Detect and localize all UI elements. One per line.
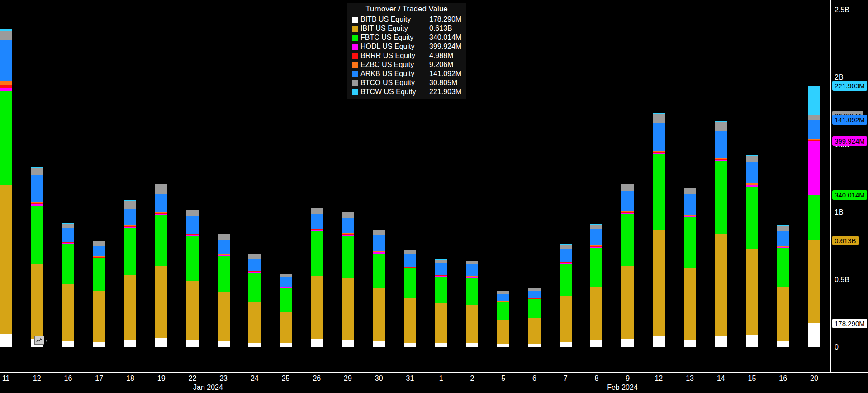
month-label: Jan 2024 [193,383,223,392]
legend-swatch-icon [352,62,358,68]
legend-item[interactable]: BITB US Equity178.290M [352,15,461,24]
bar-segment-BITB [684,340,696,347]
x-tick-label: 29 [344,374,352,383]
bar-segment-BITB [621,339,634,347]
bar-14[interactable] [715,121,727,347]
x-tick-label: 14 [717,374,725,383]
bar-segment-FBTC [528,299,541,318]
legend-item[interactable]: EZBC US Equity9.206M [352,60,461,69]
bar-segment-BTCO [155,184,167,194]
legend-item-name: ARKB US Equity [360,70,429,78]
bar-15[interactable] [746,155,758,347]
bar-29[interactable] [342,212,354,347]
bar-20[interactable] [808,86,820,347]
bar-26[interactable] [311,208,323,347]
legend-swatch-icon [352,53,358,59]
bar-segment-FBTC [808,195,820,240]
legend-swatch-icon [352,71,358,77]
x-tick-label: 6 [532,374,536,383]
x-tick-label: 5 [501,374,505,383]
bar-segment-BTCO [777,226,789,230]
bar-segment-FBTC [746,187,758,249]
bar-19[interactable] [155,184,167,347]
legend-item-value: 221.903M [429,88,461,96]
bar-12[interactable] [653,113,665,347]
bar-segment-FBTC [684,217,696,268]
bar-7[interactable] [560,244,572,347]
x-tick-label: 9 [626,374,630,383]
legend-title: Turnover / Traded Value [352,5,461,15]
bar-6[interactable] [528,288,541,347]
bar-segment-BTCO [124,201,136,209]
chart-type-button[interactable]: ▾ [34,336,47,345]
chart-area[interactable]: 00.5B1B1.5B2B2.5B 221.903M30.805M141.092… [0,0,868,393]
bar-5[interactable] [497,291,509,347]
bar-11[interactable] [0,29,12,347]
bar-segment-IBIT [31,264,43,339]
legend-item[interactable]: BRRR US Equity4.988M [352,51,461,60]
bar-31[interactable] [404,250,416,348]
bar-segment-BTCO [218,234,230,240]
bar-2[interactable] [466,261,478,347]
bar-segment-BTCO [62,224,74,228]
bar-13[interactable] [684,188,696,347]
x-tick-label: 16 [64,374,72,383]
bar-18[interactable] [124,200,136,347]
bar-segment-BRRR [0,85,12,88]
bar-30[interactable] [373,230,385,347]
legend-item-value: 399.924M [429,43,461,51]
x-tick-label: 13 [686,374,694,383]
bar-segment-BITB [280,343,292,347]
bar-23[interactable] [218,234,230,347]
bar-24[interactable] [248,254,261,347]
bar-segment-IBIT [280,312,292,344]
legend-item-name: BRRR US Equity [360,52,429,60]
legend-item[interactable]: BTCO US Equity30.805M [352,78,461,87]
legend-item[interactable]: IBIT US Equity0.613B [352,24,461,33]
bar-17[interactable] [93,241,105,347]
legend-item[interactable]: BTCW US Equity221.903M [352,87,461,96]
chevron-down-icon[interactable]: ▾ [45,338,47,343]
bar-segment-ARKB [466,264,478,276]
legend-item[interactable]: ARKB US Equity141.092M [352,69,461,78]
bar-segment-IBIT [684,268,696,340]
bar-segment-BTCO [560,245,572,249]
bar-segment-ARKB [808,120,820,139]
legend-item-value: 0.613B [429,24,452,33]
bar-8[interactable] [590,224,602,347]
legend-item[interactable]: FBTC US Equity340.014M [352,33,461,42]
x-tick-label: 16 [779,374,787,383]
x-tick-label: 2 [470,374,474,383]
bar-16[interactable] [62,223,74,347]
y-tick-label: 0 [835,343,839,351]
bar-12[interactable] [31,167,43,347]
bar-25[interactable] [280,274,292,347]
bar-segment-FBTC [31,206,43,264]
bar-segment-BITB [466,343,478,347]
bar-9[interactable] [621,184,634,347]
bar-segment-BTCO [653,114,665,123]
bar-22[interactable] [186,210,199,347]
bar-segment-FBTC [777,248,789,287]
x-tick-label: 26 [313,374,321,383]
bar-segment-ARKB [590,229,602,245]
bar-segment-IBIT [62,284,74,341]
bar-16[interactable] [777,225,789,347]
bar-segment-BTCO [404,250,416,254]
bar-segment-ARKB [404,254,416,267]
bar-segment-FBTC [93,258,105,291]
bar-segment-IBIT [653,230,665,336]
bar-segment-ARKB [684,194,696,215]
bar-segment-BITB [715,336,727,347]
bar-segment-FBTC [124,228,136,275]
y-tick-label: 1B [835,208,844,216]
bar-segment-BTCW [808,86,820,115]
bar-segment-IBIT [746,249,758,335]
bar-segment-IBIT [528,318,541,344]
chart-type-icon [34,336,44,345]
bar-segment-ARKB [280,277,292,287]
bar-segment-BTCO [248,254,261,259]
legend-item[interactable]: HODL US Equity399.924M [352,42,461,51]
bar-segment-EZBC [0,81,12,85]
bar-1[interactable] [435,259,447,347]
